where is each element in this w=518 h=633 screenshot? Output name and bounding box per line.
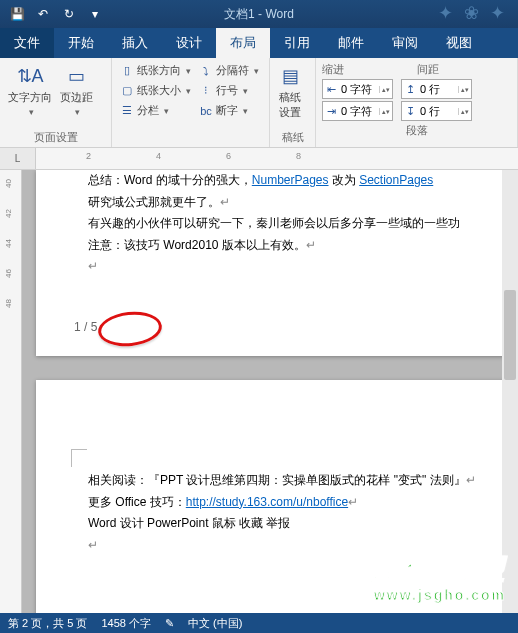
orientation-button[interactable]: ▯纸张方向▾: [118, 62, 193, 79]
save-icon[interactable]: 💾: [10, 7, 24, 21]
hyphenation-icon: bc: [199, 104, 213, 118]
ruler-corner[interactable]: L: [0, 148, 36, 169]
ribbon-tabs: 文件 开始 插入 设计 布局 引用 邮件 审阅 视图: [0, 28, 518, 58]
window-title: 文档1 - Word: [224, 6, 294, 23]
spacing-before-icon: ↥: [402, 83, 418, 96]
group-label-page-setup2: [118, 143, 263, 147]
page-number-field: 1 / 5: [74, 320, 97, 334]
indent-left-spinner[interactable]: ⇤▴▾: [322, 79, 393, 99]
vertical-scrollbar[interactable]: [502, 170, 518, 613]
margins-icon: ▭: [65, 64, 89, 88]
group-label-draft: 稿纸: [276, 128, 309, 147]
spacing-header: 间距: [417, 62, 512, 77]
status-proofing-icon[interactable]: ✎: [165, 617, 174, 630]
group-label-paragraph: 段落: [322, 121, 511, 140]
text-direction-button[interactable]: ⇅A 文字方向 ▾: [6, 62, 54, 128]
tab-insert[interactable]: 插入: [108, 28, 162, 58]
status-page[interactable]: 第 2 页，共 5 页: [8, 616, 87, 631]
indent-header: 缩进: [322, 62, 417, 77]
size-icon: ▢: [120, 84, 134, 98]
qat-custom-icon[interactable]: ▾: [88, 7, 102, 21]
margins-button[interactable]: ▭ 页边距 ▾: [58, 62, 95, 128]
document-canvas[interactable]: 总结：Word 的域十分的强大，NumberPages 改为 SectionPa…: [22, 170, 518, 613]
scrollbar-thumb[interactable]: [504, 290, 516, 380]
tab-home[interactable]: 开始: [54, 28, 108, 58]
vertical-ruler[interactable]: 40 42 44 46 48: [0, 170, 22, 613]
redo-icon[interactable]: ↻: [62, 7, 76, 21]
spacing-after-icon: ↧: [402, 105, 418, 118]
group-label-page-setup: 页面设置: [6, 128, 105, 147]
tab-design[interactable]: 设计: [162, 28, 216, 58]
page-1[interactable]: 总结：Word 的域十分的强大，NumberPages 改为 SectionPa…: [36, 170, 518, 356]
draft-paper-icon: ▤: [278, 64, 302, 88]
status-language[interactable]: 中文 (中国): [188, 616, 242, 631]
spacing-before-spinner[interactable]: ↥▴▾: [401, 79, 472, 99]
hyphenation-button[interactable]: bc断字▾: [197, 102, 261, 119]
columns-button[interactable]: ☰分栏▾: [118, 102, 193, 119]
breaks-icon: ⤵: [199, 64, 213, 78]
theme-decoration: ✦ ❀ ✦: [438, 2, 508, 24]
horizontal-ruler[interactable]: 2 4 6 8: [36, 148, 518, 169]
line-numbers-icon: ⁝: [199, 84, 213, 98]
chevron-down-icon: ▾: [29, 107, 34, 117]
tab-mailings[interactable]: 邮件: [324, 28, 378, 58]
chevron-down-icon: ▾: [75, 107, 80, 117]
tab-file[interactable]: 文件: [0, 28, 54, 58]
ribbon: ⇅A 文字方向 ▾ ▭ 页边距 ▾ 页面设置 ▯纸张方向▾ ▢纸张大小▾ ☰分栏…: [0, 58, 518, 148]
spacing-after-spinner[interactable]: ↧▴▾: [401, 101, 472, 121]
indent-right-spinner[interactable]: ⇥▴▾: [322, 101, 393, 121]
tab-view[interactable]: 视图: [432, 28, 486, 58]
orientation-icon: ▯: [120, 64, 134, 78]
tab-layout[interactable]: 布局: [216, 28, 270, 58]
tab-references[interactable]: 引用: [270, 28, 324, 58]
indent-left-icon: ⇤: [323, 83, 339, 96]
tab-review[interactable]: 审阅: [378, 28, 432, 58]
status-words[interactable]: 1458 个字: [101, 616, 151, 631]
columns-icon: ☰: [120, 104, 134, 118]
breaks-button[interactable]: ⤵分隔符▾: [197, 62, 261, 79]
margin-corner-mark: [71, 449, 87, 467]
text-direction-icon: ⇅A: [18, 64, 42, 88]
status-bar: 第 2 页，共 5 页 1458 个字 ✎ 中文 (中国): [0, 613, 518, 633]
line-numbers-button[interactable]: ⁝行号▾: [197, 82, 261, 99]
size-button[interactable]: ▢纸张大小▾: [118, 82, 193, 99]
undo-icon[interactable]: ↶: [36, 7, 50, 21]
indent-right-icon: ⇥: [323, 105, 339, 118]
annotation-circle: [96, 309, 163, 350]
draft-paper-button[interactable]: ▤ 稿纸 设置: [276, 62, 304, 128]
page-2[interactable]: 相关阅读：『PPT 设计思维第四期：实操单图版式的花样 "变式" 法则』↵ 更多…: [36, 380, 518, 613]
